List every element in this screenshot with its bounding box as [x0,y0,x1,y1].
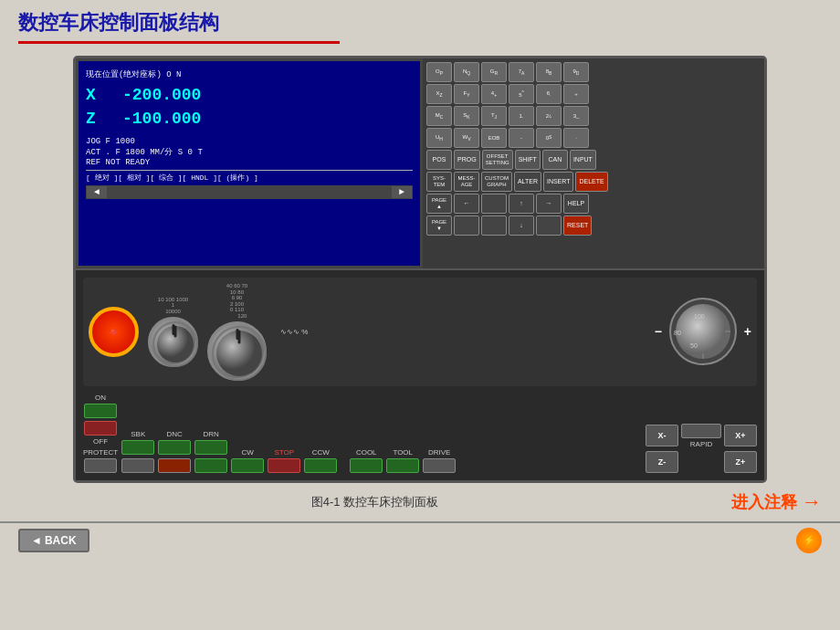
cw-label: CW [242,448,254,457]
key-message[interactable]: MESS-AGE [454,172,479,192]
back-label: BACK [45,534,77,547]
spindle-speed-scale: 40 60 7010 806 902 1000 110 120 [226,283,247,320]
key-4[interactable]: 4+ [481,84,507,104]
key-row-3: MC SK TJ 1. 2¿ 3_ [426,106,761,126]
on-label: ON [95,394,106,402]
feed-rate-knob-container: 10 100 1000110000 [148,297,198,367]
handwheel-knob[interactable]: 100 50 80 [667,295,740,368]
emergency-stop-button[interactable]: 🔴 [89,307,139,357]
key-system[interactable]: SYS-TEM [426,172,452,192]
protect-button-group: PROTECT [83,448,118,473]
key-can[interactable]: CAN [542,150,568,170]
spindle-speed-knob[interactable] [207,321,267,381]
key-7a[interactable]: 7A [509,62,534,82]
key-uh[interactable]: UH [426,128,452,148]
drive-button-group: DRIVE [423,448,456,473]
key-arrow-right2[interactable]: → [536,194,562,214]
home-button[interactable]: ⚡ [796,528,822,553]
key-0[interactable]: 0S [536,128,562,148]
header-line [18,41,822,44]
key-insert[interactable]: INSERT [543,172,574,192]
key-arrow-up[interactable]: ↑ [509,194,534,214]
key-plus[interactable]: + [563,84,589,104]
key-row-1: OP NQ GR 7A 8B 9D [426,62,761,82]
key-eob[interactable]: EOB [481,128,507,148]
key-reset[interactable]: RESET [563,215,592,236]
handwheel-section: − [655,295,751,368]
arrow-left[interactable]: ◄ [87,186,107,198]
key-pos[interactable]: POS [426,150,452,170]
key-arrow-down[interactable]: ↓ [509,215,534,236]
drn-button2[interactable] [194,458,227,473]
cw-button[interactable] [231,458,264,473]
key-offset[interactable]: OFFSETSETTING [482,150,513,170]
key-sk[interactable]: SK [454,106,479,126]
feed-rate-scale: 10 100 1000110000 [158,297,188,315]
key-8b[interactable]: 8B [536,62,562,82]
key-arrow-left[interactable]: ← [454,194,479,214]
screen-arrows: ◄ ► [86,185,413,199]
key-page-up[interactable]: PAGE▲ [426,194,452,214]
tool-label: TOOL [393,448,413,457]
key-minus[interactable]: - [509,128,534,148]
key-6[interactable]: 6· [536,84,562,104]
key-2[interactable]: 2¿ [536,106,562,126]
feed-rate-knob[interactable] [148,317,198,367]
key-nq[interactable]: NQ [454,62,479,82]
key-wv[interactable]: WV [454,128,479,148]
key-1[interactable]: 1. [509,106,534,126]
key-input[interactable]: INPUT [570,150,596,170]
dnc-button[interactable] [158,440,191,455]
key-g[interactable]: GR [481,62,507,82]
key-fy[interactable]: FY [454,84,479,104]
drn-button[interactable] [194,440,227,455]
stop-button[interactable] [268,458,300,473]
key-dot[interactable]: · [563,128,589,148]
key-custom[interactable]: CUSTOMGRAPH [481,172,512,192]
keypad-area: OP NQ GR 7A 8B 9D XZ FY 4+ 5^ 6· + MC SK… [423,58,764,268]
z-plus-button[interactable]: Z+ [724,451,757,473]
key-delete[interactable]: DELETE [575,172,607,192]
key-9d[interactable]: 9D [563,62,589,82]
aux-buttons-group: COOL TOOL DRIVE [350,448,456,473]
key-3[interactable]: 3_ [563,106,589,126]
drive-button[interactable] [423,458,456,473]
power-group: ON OFF PROTECT [83,394,118,473]
tool-button[interactable] [386,458,419,473]
off-button[interactable] [84,421,117,436]
buttons-section: ON OFF PROTECT SBK [83,394,757,473]
x-plus-button[interactable]: X+ [724,425,757,446]
page-title: 数控车床控制面板结构 [18,9,822,37]
key-5[interactable]: 5^ [509,84,534,104]
rapid-button[interactable] [681,424,721,438]
on-button[interactable] [84,404,117,418]
svg-text:80: 80 [674,330,681,336]
back-button[interactable]: ◄ BACK [18,529,89,552]
key-xz[interactable]: XZ [426,84,452,104]
annotation-link[interactable]: 进入注释 → [731,490,822,514]
screen-status: JOG F 1000 ACT . F 1800 MM/分 S 0 T REF N… [86,137,413,167]
handwheel-container: 100 50 80 [667,295,740,368]
off-button-group: OFF [83,421,118,446]
ccw-button[interactable] [304,458,337,473]
key-page-down[interactable]: PAGE▼ [426,215,452,236]
cool-button[interactable] [350,458,383,473]
x-minus-button[interactable]: X- [646,425,678,446]
ccw-button-group: CCW [304,448,337,473]
key-alter[interactable]: ALTER [514,172,541,192]
dnc-button2[interactable] [158,458,191,473]
top-section: 现在位置(绝对座标) O N X -200.000 Z -100.000 JOG… [76,58,764,268]
key-tj[interactable]: TJ [481,106,507,126]
key-prog[interactable]: PROG [454,150,480,170]
z-minus-button[interactable]: Z- [646,451,678,473]
key-op[interactable]: OP [426,62,452,82]
screen-title: 现在位置(绝对座标) O N [86,68,413,80]
sbk-button[interactable] [121,440,154,455]
key-help[interactable]: HELP [563,194,589,214]
arrow-right[interactable]: ► [392,186,412,198]
key-shift[interactable]: SHIFT [515,150,541,170]
sbk-button2[interactable] [121,458,154,473]
key-mc[interactable]: MC [426,106,452,126]
sbk-label: SBK [131,430,145,438]
protect-button[interactable] [84,458,117,473]
